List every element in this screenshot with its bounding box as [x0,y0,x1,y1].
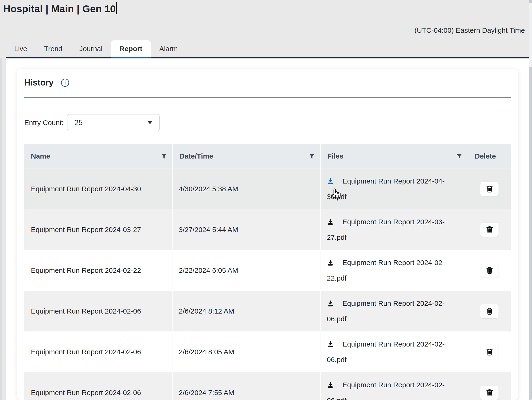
download-icon[interactable] [327,175,334,182]
tab-live[interactable]: Live [6,40,36,58]
entry-count-label: Entry Count: [24,119,64,127]
file-download-link[interactable]: Equipment Run Report 2024-04-30.pdf [327,173,464,204]
history-panel: History Entry Count: 25 Name Date/Time [17,69,518,400]
page-title: Hospital | Main | Gen 10 [3,3,115,14]
file-download-link[interactable]: Equipment Run Report 2024-02-22.pdf [327,255,464,286]
tab-report[interactable]: Report [111,40,151,58]
hand-pointer-cursor [329,186,342,200]
title-input[interactable]: Hospital | Main | Gen 10 [3,2,117,15]
report-name-cell: Equipment Run Report 2024-04-30 [24,168,173,209]
filter-icon[interactable] [456,154,462,159]
delete-button[interactable] [480,223,499,237]
report-name-cell: Equipment Run Report 2024-02-22 [24,250,173,291]
download-icon[interactable] [327,297,334,305]
window-edge-strip [0,58,2,400]
table-row: Equipment Run Report 2024-02-06 2/6/2024… [24,291,511,332]
column-header-name[interactable]: Name [24,144,173,168]
entry-count-select[interactable]: 25 [67,114,160,131]
datetime-cell: 4/30/2024 5:38 AM [173,168,321,209]
history-table: Name Date/Time Files Delete Equipment Ru… [24,144,511,400]
table-row: Equipment Run Report 2024-02-06 2/6/2024… [24,332,511,372]
column-header-datetime[interactable]: Date/Time [173,144,321,168]
datetime-cell: 2/6/2024 8:05 AM [173,332,321,372]
file-download-link[interactable]: Equipment Run Report 2024-02-06.pdf [327,377,464,400]
tab-alarm[interactable]: Alarm [151,40,186,58]
delete-button[interactable] [480,345,499,359]
info-icon[interactable] [61,78,70,87]
table-header-row: Name Date/Time Files Delete [24,144,511,168]
report-name-cell: Equipment Run Report 2024-02-06 [24,332,173,372]
column-header-delete: Delete [468,144,511,168]
report-name-cell: Equipment Run Report 2024-02-06 [24,291,173,332]
trash-icon [485,185,494,193]
trash-icon [485,348,494,356]
section-divider [24,97,511,98]
trash-icon [485,307,494,315]
chevron-down-icon [147,121,152,124]
report-name-cell: Equipment Run Report 2024-03-27 [24,209,173,250]
trash-icon [485,266,494,275]
table-row: Equipment Run Report 2024-02-22 2/22/202… [24,250,511,291]
trash-icon [485,225,494,234]
delete-button[interactable] [480,263,499,277]
download-icon[interactable] [327,215,334,223]
filter-icon[interactable] [161,154,167,159]
datetime-cell: 2/6/2024 8:12 AM [173,291,321,332]
file-download-link[interactable]: Equipment Run Report 2024-02-06.pdf [327,336,464,368]
tab-trend[interactable]: Trend [36,40,71,58]
download-icon[interactable] [327,256,334,264]
table-row: Equipment Run Report 2024-02-06 2/6/2024… [24,372,511,400]
download-icon[interactable] [327,338,334,345]
window-edge-strip-inner [2,58,6,400]
entry-count-value: 25 [75,118,82,127]
text-caret [116,2,117,14]
trash-icon [485,388,494,397]
column-header-files[interactable]: Files [321,144,468,168]
table-row: Equipment Run Report 2024-03-27 3/27/202… [24,209,511,250]
file-download-link[interactable]: Equipment Run Report 2024-03-27.pdf [327,214,464,245]
table-row: Equipment Run Report 2024-04-30 4/30/202… [24,168,511,209]
tab-journal[interactable]: Journal [71,40,111,58]
scrollbar[interactable] [529,0,532,400]
datetime-cell: 2/22/2024 6:05 AM [173,250,321,291]
download-icon[interactable] [327,379,334,386]
delete-button[interactable] [480,182,499,196]
delete-button[interactable] [480,386,499,400]
scrollbar-thumb[interactable] [529,67,532,400]
delete-button[interactable] [480,304,499,318]
filter-icon[interactable] [309,154,315,159]
report-name-cell: Equipment Run Report 2024-02-06 [24,372,173,400]
scrollbar-cap [529,0,532,3]
file-download-link[interactable]: Equipment Run Report 2024-02-06.pdf [327,296,464,327]
tab-bar: Live Trend Journal Report Alarm [6,40,186,58]
datetime-cell: 3/27/2024 5:44 AM [173,209,321,250]
panel-title: History [24,78,54,88]
timezone-label: (UTC-04:00) Eastern Daylight Time [415,26,525,34]
datetime-cell: 2/6/2024 7:55 AM [173,372,321,400]
